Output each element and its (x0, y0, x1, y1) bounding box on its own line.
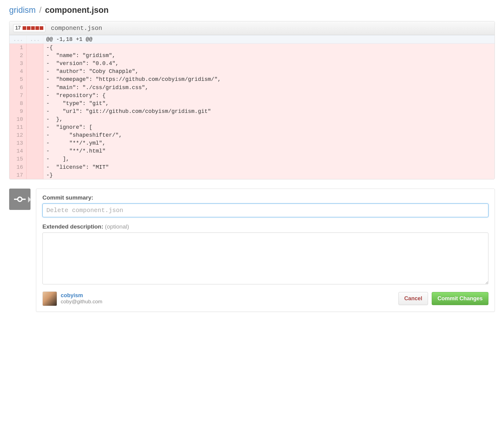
diff-code-line: - "type": "git", (43, 99, 495, 107)
diff-code-line: - "name": "gridism", (43, 52, 495, 59)
table-row: 17-} (9, 171, 495, 179)
line-number-new[interactable] (26, 171, 43, 179)
cancel-button[interactable]: Cancel (398, 292, 428, 305)
line-number-old[interactable]: 11 (9, 123, 26, 131)
line-number-new[interactable] (26, 147, 43, 155)
hunk-header-text: @@ -1,18 +1 @@ (43, 35, 495, 44)
diff-code-line: -{ (43, 44, 495, 52)
optional-hint: (optional) (105, 223, 129, 230)
table-row: 13- "**/*.yml", (9, 139, 495, 147)
diffstat-blocks (23, 26, 43, 30)
line-number-old[interactable]: 13 (9, 139, 26, 147)
git-commit-icon (14, 196, 26, 203)
line-number-old[interactable]: 12 (9, 131, 26, 139)
hunk-header-row: ... ... @@ -1,18 +1 @@ (9, 35, 495, 44)
line-number-new[interactable] (26, 123, 43, 131)
line-number-old[interactable]: 16 (9, 163, 26, 171)
diffstat-count: 17 (15, 25, 21, 31)
diff-code-line: - "repository": { (43, 92, 495, 99)
table-row: 10- }, (9, 115, 495, 123)
line-number-new[interactable] (26, 155, 43, 163)
table-row: 15- ], (9, 155, 495, 163)
commit-summary-input[interactable] (42, 204, 488, 217)
extended-desc-input[interactable] (42, 233, 488, 284)
line-number-new[interactable] (26, 139, 43, 147)
line-number-new[interactable] (26, 115, 43, 123)
diff-header: 17 component.json (9, 21, 495, 35)
table-row: 5- "homepage": "https://github.com/cobyi… (9, 75, 495, 83)
svg-point-0 (18, 197, 22, 201)
table-row: 8- "type": "git", (9, 99, 495, 107)
extended-desc-label: Extended description: (optional) (42, 223, 488, 230)
line-number-old[interactable]: 6 (9, 84, 26, 92)
table-row: 11- "ignore": [ (9, 123, 495, 131)
line-number-old[interactable]: 15 (9, 155, 26, 163)
line-number-new[interactable] (26, 107, 43, 115)
line-number-old[interactable]: 17 (9, 171, 26, 179)
author-email: coby@github.com (61, 299, 102, 305)
expand-hunk-old[interactable]: ... (9, 35, 26, 44)
line-number-old[interactable]: 5 (9, 75, 26, 83)
diff-code-line: - "main": "./css/gridism.css", (43, 84, 495, 92)
line-number-new[interactable] (26, 92, 43, 99)
commit-icon (9, 189, 31, 210)
diff-code-line: - "url": "git://github.com/cobyism/gridi… (43, 107, 495, 115)
table-row: 16- "license": "MIT" (9, 163, 495, 171)
commit-footer: cobyism coby@github.com Cancel Commit Ch… (42, 291, 488, 306)
line-number-old[interactable]: 7 (9, 92, 26, 99)
line-number-new[interactable] (26, 131, 43, 139)
diff-code-line: - "**/*.html" (43, 147, 495, 155)
line-number-old[interactable]: 9 (9, 107, 26, 115)
diff-code-line: - "shapeshifter/", (43, 131, 495, 139)
commit-panel: Commit summary: Extended description: (o… (36, 189, 495, 312)
expand-hunk-new[interactable]: ... (26, 35, 43, 44)
table-row: 12- "shapeshifter/", (9, 131, 495, 139)
author-block: cobyism coby@github.com (42, 291, 102, 306)
commit-form-area: Commit summary: Extended description: (o… (9, 189, 495, 312)
diff-code-line: - "**/*.yml", (43, 139, 495, 147)
line-number-new[interactable] (26, 67, 43, 75)
table-row: 9- "url": "git://github.com/cobyism/grid… (9, 107, 495, 115)
diff-code-line: -} (43, 171, 495, 179)
diff-code-line: - "version": "0.0.4", (43, 59, 495, 67)
breadcrumb-repo-link[interactable]: gridism (9, 5, 36, 15)
table-row: 6- "main": "./css/gridism.css", (9, 84, 495, 92)
table-row: 4- "author": "Coby Chapple", (9, 67, 495, 75)
diff-code-line: - }, (43, 115, 495, 123)
diff-table: ... ... @@ -1,18 +1 @@ 1-{2- "name": "gr… (9, 35, 495, 179)
line-number-old[interactable]: 8 (9, 99, 26, 107)
diff-filename: component.json (51, 25, 102, 32)
line-number-new[interactable] (26, 75, 43, 83)
table-row: 2- "name": "gridism", (9, 52, 495, 59)
breadcrumb-current-file: component.json (45, 5, 109, 15)
line-number-old[interactable]: 1 (9, 44, 26, 52)
table-row: 1-{ (9, 44, 495, 52)
author-username-link[interactable]: cobyism (61, 292, 83, 298)
line-number-new[interactable] (26, 52, 43, 59)
diff-code-line: - ], (43, 155, 495, 163)
diff-code-line: - "ignore": [ (43, 123, 495, 131)
line-number-new[interactable] (26, 44, 43, 52)
table-row: 7- "repository": { (9, 92, 495, 99)
breadcrumb-separator: / (38, 5, 43, 15)
line-number-new[interactable] (26, 84, 43, 92)
diffstat-badge[interactable]: 17 (13, 24, 45, 32)
table-row: 14- "**/*.html" (9, 147, 495, 155)
diff-code-line: - "license": "MIT" (43, 163, 495, 171)
line-number-new[interactable] (26, 163, 43, 171)
avatar[interactable] (42, 291, 57, 306)
commit-changes-button[interactable]: Commit Changes (432, 292, 488, 305)
line-number-old[interactable]: 3 (9, 59, 26, 67)
line-number-new[interactable] (26, 99, 43, 107)
breadcrumb: gridism / component.json (9, 3, 495, 21)
line-number-old[interactable]: 10 (9, 115, 26, 123)
line-number-old[interactable]: 2 (9, 52, 26, 59)
diff-code-line: - "homepage": "https://github.com/cobyis… (43, 75, 495, 83)
line-number-new[interactable] (26, 59, 43, 67)
diff-code-line: - "author": "Coby Chapple", (43, 67, 495, 75)
line-number-old[interactable]: 4 (9, 67, 26, 75)
line-number-old[interactable]: 14 (9, 147, 26, 155)
commit-actions: Cancel Commit Changes (398, 292, 488, 305)
table-row: 3- "version": "0.0.4", (9, 59, 495, 67)
commit-summary-label: Commit summary: (42, 194, 488, 201)
